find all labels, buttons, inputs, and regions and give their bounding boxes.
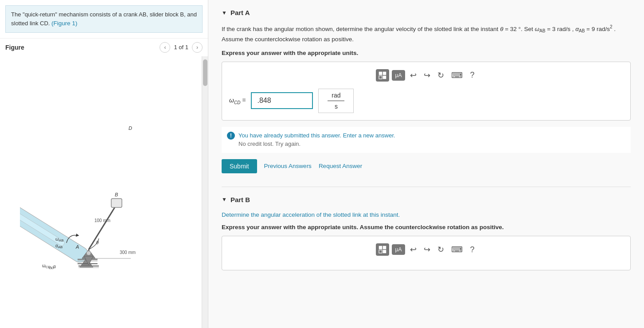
part-b-express-label: Express your answer with the appropriate… [222, 224, 631, 230]
figure-area: B D A θ ωAB αAB 100 mm 300 mm ωCD, αCD [0, 56, 208, 328]
figure-title: Figure [5, 44, 160, 51]
unit-denominator: s [335, 103, 338, 110]
part-b-header: ▼ Part B [222, 196, 631, 203]
svg-rect-29 [383, 246, 386, 249]
svg-text:D: D [129, 125, 132, 131]
part-b-help-button[interactable]: ? [468, 244, 476, 256]
mu-label: μA [395, 72, 402, 78]
svg-text:B: B [115, 192, 118, 197]
svg-text:300 mm: 300 mm [120, 250, 136, 255]
part-a-header: ▼ Part A [222, 9, 631, 16]
part-b-keyboard-button[interactable]: ⌨ [449, 243, 465, 256]
svg-text:100 mm: 100 mm [94, 218, 110, 223]
section-divider [222, 187, 631, 187]
part-a-action-row: Submit Previous Answers Request Answer [222, 159, 631, 173]
keyboard-button[interactable]: ⌨ [449, 69, 465, 82]
part-a-section: ▼ Part A If the crank has the angular mo… [222, 9, 631, 173]
part-a-express-label: Express your answer with the appropriate… [222, 50, 631, 56]
part-b-matrix-button[interactable] [376, 243, 389, 256]
part-b-redo-button[interactable]: ↪ [422, 243, 433, 256]
mu-button[interactable]: μA [392, 70, 406, 81]
part-a-answer-row: ωCD = rad s [229, 89, 623, 113]
svg-rect-9 [111, 199, 122, 207]
svg-rect-28 [379, 246, 382, 249]
svg-rect-24 [379, 72, 382, 75]
svg-rect-30 [379, 250, 382, 253]
request-answer-link[interactable]: Request Answer [319, 163, 362, 169]
svg-point-20 [86, 251, 91, 255]
part-b-collapse-icon[interactable]: ▼ [222, 196, 227, 203]
svg-rect-26 [379, 76, 382, 79]
part-b-toolbar: μA ↩ ↪ ↻ ⌨ ? [229, 243, 623, 256]
part-a-collapse-icon[interactable]: ▼ [222, 10, 227, 16]
warning-text-block: You have already submitted this answer. … [238, 131, 395, 148]
right-panel: ▼ Part A If the crank has the angular mo… [208, 0, 644, 328]
svg-rect-23 [78, 266, 99, 268]
unit-numerator: rad [328, 92, 344, 101]
svg-rect-0 [20, 108, 188, 272]
answer-input[interactable] [251, 92, 313, 109]
figure-header: Figure ‹ 1 of 1 › [0, 38, 208, 56]
answer-label: ωCD = [229, 97, 246, 105]
part-a-title: Part A [230, 9, 250, 16]
figure-scrollbar[interactable] [202, 56, 208, 328]
svg-text:θ: θ [96, 240, 99, 245]
svg-rect-25 [383, 72, 386, 75]
part-b-refresh-button[interactable]: ↻ [435, 243, 446, 256]
part-a-answer-container: μA ↩ ↪ ↻ ⌨ ? ωCD = rad s [222, 62, 631, 121]
previous-answers-link[interactable]: Previous Answers [264, 163, 312, 169]
submit-button[interactable]: Submit [222, 159, 257, 173]
warning-message: ! You have already submitted this answer… [222, 127, 631, 153]
scrollbar-thumb [203, 59, 207, 86]
problem-description: The "quick-return" mechanism consists of… [5, 5, 203, 33]
figure-link[interactable]: (Figure 1) [51, 20, 78, 27]
warning-main-text: You have already submitted this answer. … [238, 131, 395, 140]
warning-icon: ! [227, 132, 235, 140]
refresh-button[interactable]: ↻ [435, 69, 446, 82]
part-b-section: ▼ Part B Determine the angular accelerat… [222, 196, 631, 270]
part-b-matrix-icon [379, 246, 386, 254]
svg-text:A: A [75, 244, 79, 250]
part-a-toolbar: μA ↩ ↪ ↻ ⌨ ? [229, 69, 623, 82]
redo-button[interactable]: ↪ [422, 69, 433, 82]
figure-nav: ‹ 1 of 1 › [160, 42, 203, 53]
undo-button[interactable]: ↩ [408, 69, 419, 82]
part-b-answer-container: μA ↩ ↪ ↻ ⌨ ? [222, 236, 631, 270]
mechanism-figure: B D A θ ωAB αAB 100 mm 300 mm ωCD, αCD [20, 108, 188, 272]
left-panel: The "quick-return" mechanism consists of… [0, 0, 208, 328]
figure-prev-button[interactable]: ‹ [160, 42, 170, 53]
matrix-icon [379, 71, 386, 79]
part-b-mu-button[interactable]: μA [392, 244, 406, 255]
warning-sub-text: No credit lost. Try again. [238, 140, 395, 148]
part-b-undo-button[interactable]: ↩ [408, 243, 419, 256]
svg-rect-31 [383, 250, 386, 253]
part-b-title: Part B [230, 196, 250, 203]
part-b-problem-text: Determine the angular acceleration of th… [222, 211, 631, 219]
svg-rect-27 [383, 76, 386, 79]
unit-fraction: rad s [318, 89, 354, 113]
part-a-problem-text: If the crank has the angular motion show… [222, 23, 631, 44]
description-text: The "quick-return" mechanism consists of… [11, 11, 197, 27]
part-b-mu-label: μA [395, 246, 402, 253]
figure-count: 1 of 1 [174, 44, 188, 51]
matrix-button[interactable] [376, 69, 389, 82]
help-button[interactable]: ? [468, 69, 476, 81]
figure-next-button[interactable]: › [192, 42, 203, 53]
